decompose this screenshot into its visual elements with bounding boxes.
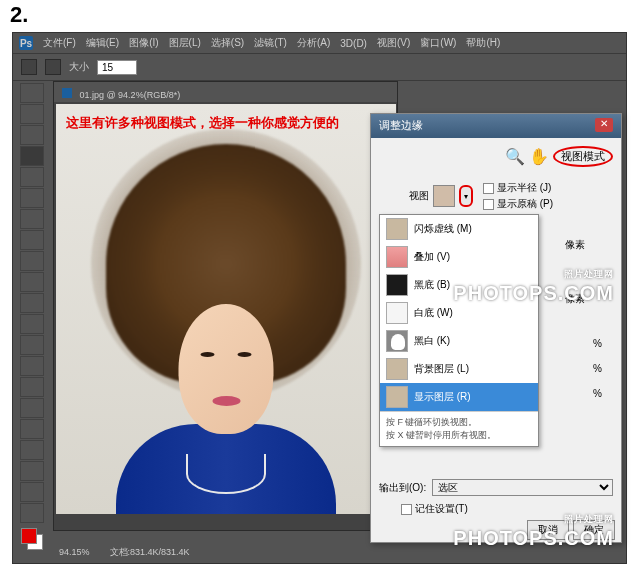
dodge-tool[interactable] <box>20 356 44 376</box>
remember-label: 记住设置(T) <box>415 502 468 516</box>
refine-edge-dialog: 调整边缘 ✕ 🔍 ✋ 视图模式 视图 ▾ 显示半径 (J) 显示原稿 (P) <box>370 113 622 543</box>
close-icon[interactable]: ✕ <box>595 118 613 132</box>
move-tool[interactable] <box>20 83 44 103</box>
menu-image[interactable]: 图像(I) <box>125 34 162 52</box>
view-option-on-black[interactable]: 黑底 (B) <box>380 271 538 299</box>
show-radius-label: 显示半径 (J) <box>497 181 551 195</box>
menu-3d[interactable]: 3D(D) <box>336 36 371 51</box>
unit-pct-3: % <box>593 388 617 399</box>
menu-help[interactable]: 帮助(H) <box>462 34 504 52</box>
show-original-checkbox[interactable] <box>483 199 494 210</box>
size-field[interactable] <box>97 60 137 75</box>
current-tool-icon[interactable] <box>21 59 37 75</box>
crop-tool[interactable] <box>20 167 44 187</box>
menu-analysis[interactable]: 分析(A) <box>293 34 334 52</box>
size-label: 大小 <box>69 60 89 74</box>
zoom-level[interactable]: 94.15% <box>59 547 90 557</box>
cancel-button[interactable]: 取消 <box>527 520 569 540</box>
type-tool[interactable] <box>20 398 44 418</box>
unit-pct-1: % <box>593 338 617 349</box>
show-radius-checkbox[interactable] <box>483 183 494 194</box>
ok-button[interactable]: 确定 <box>573 520 615 540</box>
blur-tool[interactable] <box>20 335 44 355</box>
menu-file[interactable]: 文件(F) <box>39 34 80 52</box>
view-option-on-layers[interactable]: 背景图层 (L) <box>380 355 538 383</box>
3d-tool[interactable] <box>20 461 44 481</box>
menu-view[interactable]: 视图(V) <box>373 34 414 52</box>
healing-tool[interactable] <box>20 209 44 229</box>
foreground-color[interactable] <box>21 528 37 544</box>
ps-logo-icon: Ps <box>19 36 33 50</box>
toolbox <box>17 81 47 556</box>
shape-tool[interactable] <box>20 440 44 460</box>
photoshop-window: Ps 文件(F) 编辑(E) 图像(I) 图层(L) 选择(S) 滤镜(T) 分… <box>12 32 627 564</box>
unit-pct-2: % <box>593 363 617 374</box>
doc-icon <box>62 88 72 98</box>
dropdown-hint: 按 F 键循环切换视图。 按 X 键暂时停用所有视图。 <box>380 411 538 446</box>
canvas[interactable]: 这里有许多种视图模式，选择一种你感觉方便的 <box>56 104 396 514</box>
unit-px-2: 像素 <box>565 292 617 306</box>
output-select[interactable]: 选区 <box>432 479 613 496</box>
remember-checkbox[interactable] <box>401 504 412 515</box>
path-tool[interactable] <box>20 419 44 439</box>
view-label: 视图 <box>409 189 429 203</box>
unit-px-1: 像素 <box>565 238 617 252</box>
main-menu-bar: Ps 文件(F) 编辑(E) 图像(I) 图层(L) 选择(S) 滤镜(T) 分… <box>13 33 626 53</box>
view-option-marching-ants[interactable]: 闪烁虚线 (M) <box>380 215 538 243</box>
document-tab[interactable]: 01.jpg @ 94.2%(RGB/8*) <box>54 82 397 102</box>
portrait-image <box>86 134 366 514</box>
magnify-icon[interactable]: 🔍 <box>505 147 525 166</box>
document-title: 01.jpg @ 94.2%(RGB/8*) <box>79 90 180 100</box>
zoom-tool[interactable] <box>20 503 44 523</box>
brush-tool[interactable] <box>20 230 44 250</box>
menu-edit[interactable]: 编辑(E) <box>82 34 123 52</box>
dialog-titlebar: 调整边缘 ✕ <box>371 114 621 138</box>
history-brush-tool[interactable] <box>20 272 44 292</box>
lasso-tool[interactable] <box>20 125 44 145</box>
annotation-text: 这里有许多种视图模式，选择一种你感觉方便的 <box>66 114 339 132</box>
doc-info: 文档:831.4K/831.4K <box>110 546 190 559</box>
view-mode-link[interactable]: 视图模式 <box>553 146 613 167</box>
output-label: 输出到(O): <box>379 481 426 495</box>
hand-icon[interactable]: ✋ <box>529 147 549 166</box>
brush-preset-icon[interactable] <box>45 59 61 75</box>
view-option-black-white[interactable]: 黑白 (K) <box>380 327 538 355</box>
menu-window[interactable]: 窗口(W) <box>416 34 460 52</box>
eyedropper-tool[interactable] <box>20 188 44 208</box>
step-number: 2. <box>10 2 28 28</box>
view-dropdown-button[interactable]: ▾ <box>459 185 473 207</box>
view-option-overlay[interactable]: 叠加 (V) <box>380 243 538 271</box>
menu-select[interactable]: 选择(S) <box>207 34 248 52</box>
options-bar: 大小 <box>13 53 626 81</box>
marquee-tool[interactable] <box>20 104 44 124</box>
view-thumbnail[interactable] <box>433 185 455 207</box>
gradient-tool[interactable] <box>20 314 44 334</box>
color-swatches[interactable] <box>21 528 43 550</box>
menu-layer[interactable]: 图层(L) <box>165 34 205 52</box>
hand-tool[interactable] <box>20 482 44 502</box>
eraser-tool[interactable] <box>20 293 44 313</box>
pen-tool[interactable] <box>20 377 44 397</box>
view-mode-dropdown: 闪烁虚线 (M) 叠加 (V) 黑底 (B) 白底 (W) 黑白 (K) 背景图… <box>379 214 539 447</box>
status-bar: 94.15% 文档:831.4K/831.4K <box>53 543 196 561</box>
view-option-reveal-layer[interactable]: 显示图层 (R) <box>380 383 538 411</box>
stamp-tool[interactable] <box>20 251 44 271</box>
document-window: 01.jpg @ 94.2%(RGB/8*) 这里有许多种视图模式，选择一种你感… <box>53 81 398 531</box>
menu-filter[interactable]: 滤镜(T) <box>250 34 291 52</box>
dialog-title: 调整边缘 <box>379 118 423 134</box>
view-option-on-white[interactable]: 白底 (W) <box>380 299 538 327</box>
quick-select-tool[interactable] <box>20 146 44 166</box>
show-original-label: 显示原稿 (P) <box>497 197 553 211</box>
